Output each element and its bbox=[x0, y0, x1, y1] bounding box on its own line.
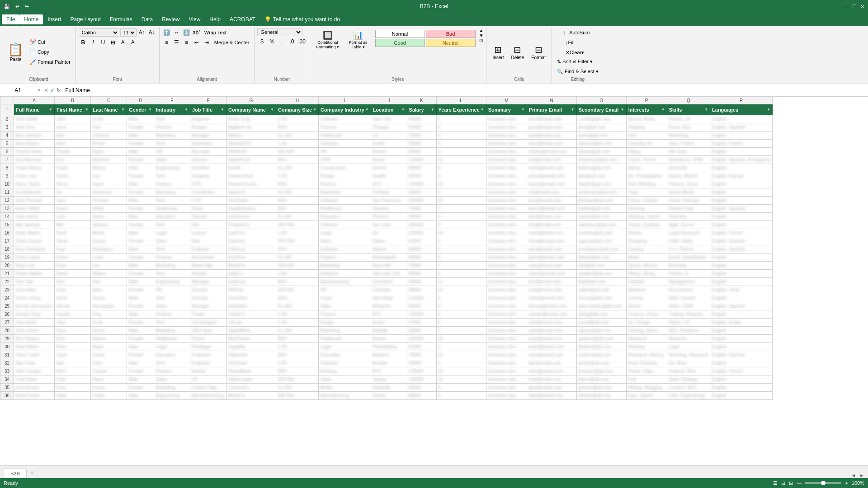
table-row[interactable]: 14Liam HarrisLiamHarrisMaleEducationTeac… bbox=[0, 213, 773, 221]
cell[interactable]: Python, JS bbox=[667, 115, 710, 123]
cell[interactable]: Brian bbox=[55, 343, 91, 351]
cell[interactable]: Go, Rust bbox=[667, 359, 710, 367]
cell[interactable]: Software bbox=[319, 245, 371, 253]
cell[interactable]: 87000 bbox=[407, 319, 436, 327]
cell[interactable]: Doctor bbox=[190, 335, 226, 343]
cell[interactable]: CRM, Sales bbox=[667, 237, 710, 245]
cell[interactable]: Rep bbox=[190, 237, 226, 245]
cell[interactable]: Male bbox=[127, 229, 154, 237]
cell[interactable]: victor@email.com bbox=[527, 294, 576, 302]
cell[interactable]: AWS, Docker bbox=[667, 294, 710, 302]
cell[interactable]: English bbox=[710, 188, 773, 197]
cell[interactable]: BigBank Inc bbox=[226, 123, 276, 131]
cell[interactable]: EngCorp bbox=[226, 278, 276, 286]
cell[interactable]: Engineer bbox=[190, 245, 226, 253]
cell[interactable]: Summary text... bbox=[486, 278, 527, 286]
clear-button[interactable]: ✕ Clear ▾ bbox=[563, 48, 586, 57]
scroll-right-button[interactable]: ► bbox=[859, 473, 864, 478]
cell[interactable]: Architect bbox=[190, 164, 226, 172]
cell[interactable]: vyoung@alt.com bbox=[576, 294, 626, 302]
cell[interactable]: Female bbox=[127, 156, 154, 164]
cell[interactable]: 130000 bbox=[407, 310, 436, 319]
cell[interactable]: Ryan Lee bbox=[14, 262, 55, 270]
border-button[interactable]: ⊞ bbox=[108, 38, 118, 47]
cell[interactable]: VP bbox=[190, 375, 226, 384]
cell[interactable]: 7 bbox=[436, 205, 486, 213]
cell[interactable]: jack@email.com bbox=[527, 197, 576, 205]
cell[interactable]: Education bbox=[154, 213, 190, 221]
cell[interactable]: Legal Research bbox=[667, 229, 710, 237]
cell[interactable]: Uma Allen bbox=[14, 286, 55, 294]
cell[interactable]: Salesforce, CRM bbox=[667, 156, 710, 164]
menu-home[interactable]: Home bbox=[19, 14, 43, 24]
col-header-company-name[interactable]: Company Name▼ bbox=[226, 104, 276, 115]
cell[interactable]: LegalAid bbox=[226, 343, 276, 351]
cell[interactable]: King bbox=[91, 310, 127, 319]
cell[interactable]: English, German bbox=[710, 351, 773, 359]
table-row[interactable]: 33Ellen CooperEllenCooperFemaleFinanceBa… bbox=[0, 367, 773, 375]
cell[interactable]: Charlotte bbox=[371, 286, 407, 294]
cell[interactable]: Finance, Risk bbox=[667, 367, 710, 375]
cell[interactable]: Liam bbox=[55, 213, 91, 221]
cell[interactable]: Sales bbox=[319, 302, 371, 310]
cell[interactable]: swalker@alt.com bbox=[576, 270, 626, 278]
cell[interactable]: fdavis@alt.com bbox=[576, 375, 626, 384]
cell[interactable]: uallen@alt.com bbox=[576, 286, 626, 294]
table-row[interactable]: 19Quinn LewisQuinnLewisFemaleFinanceAcco… bbox=[0, 253, 773, 262]
cell[interactable]: Amy bbox=[55, 335, 91, 343]
cell[interactable]: zgreen@alt.com bbox=[576, 327, 626, 335]
cell[interactable]: Lewis bbox=[91, 253, 127, 262]
cell[interactable]: Hernandez bbox=[91, 302, 127, 310]
cell[interactable]: SEO, Analytics bbox=[667, 327, 710, 335]
cell[interactable]: Evans bbox=[91, 384, 127, 392]
cell[interactable]: Johnson bbox=[91, 131, 127, 140]
cell[interactable]: Green bbox=[91, 327, 127, 335]
cell[interactable]: Smith bbox=[91, 115, 127, 123]
cell[interactable]: Liam Harris bbox=[14, 213, 55, 221]
fill-button[interactable]: ↓ Fill bbox=[563, 38, 577, 47]
cell[interactable]: Patient Care bbox=[667, 205, 710, 213]
cell[interactable]: 3 bbox=[436, 327, 486, 335]
cell[interactable]: English bbox=[710, 359, 773, 367]
cell[interactable]: 51-200 bbox=[276, 302, 319, 310]
view-page-break-button[interactable]: ⊞ bbox=[789, 480, 793, 486]
cell[interactable]: 200-500 bbox=[276, 286, 319, 294]
cell[interactable]: Garcia bbox=[91, 237, 127, 245]
cell[interactable]: 2 bbox=[436, 188, 486, 197]
col-header-job-title[interactable]: Job Title▼ bbox=[190, 104, 226, 115]
menu-formulas[interactable]: Formulas bbox=[105, 14, 137, 24]
cell[interactable]: Xander bbox=[55, 310, 91, 319]
cell[interactable]: Engineering bbox=[154, 164, 190, 172]
cell[interactable]: HR bbox=[154, 286, 190, 294]
cell[interactable]: 125000 bbox=[407, 229, 436, 237]
cell[interactable]: Quinn bbox=[55, 253, 91, 262]
cell[interactable]: Male bbox=[127, 359, 154, 367]
cell[interactable]: 8 bbox=[436, 221, 486, 229]
cell[interactable]: Java, Python bbox=[667, 140, 710, 148]
cell[interactable]: Summary text... bbox=[486, 123, 527, 131]
cell[interactable]: TechGiant bbox=[226, 197, 276, 205]
cell[interactable]: Jackson bbox=[91, 221, 127, 229]
cell[interactable]: 60000 bbox=[407, 327, 436, 335]
cell[interactable]: Female bbox=[127, 270, 154, 278]
menu-acrobat[interactable]: ACROBAT bbox=[225, 14, 260, 24]
cell[interactable]: Tech bbox=[154, 172, 190, 180]
cell[interactable]: Miami bbox=[371, 156, 407, 164]
cell[interactable]: CRM bbox=[319, 156, 371, 164]
cell[interactable]: 51-200 bbox=[276, 384, 319, 392]
cell[interactable]: Legal bbox=[319, 343, 371, 351]
cell[interactable]: Golf bbox=[626, 375, 667, 384]
cell[interactable]: 145000 bbox=[407, 180, 436, 188]
cell[interactable]: Engineer bbox=[190, 115, 226, 123]
cell[interactable]: Healthcare bbox=[154, 335, 190, 343]
cell[interactable]: Gaming bbox=[626, 245, 667, 253]
cell[interactable]: bob@email.com bbox=[527, 131, 576, 140]
cell[interactable]: TradeCo bbox=[226, 310, 276, 319]
cell[interactable]: Yara bbox=[55, 319, 91, 327]
cell[interactable]: Lawyer bbox=[190, 229, 226, 237]
cell[interactable]: Minneapolis bbox=[371, 253, 407, 262]
cell[interactable]: Summary text... bbox=[486, 245, 527, 253]
cell[interactable]: Salt Lake City bbox=[371, 270, 407, 278]
cell[interactable]: 200-500 bbox=[276, 237, 319, 245]
cell[interactable]: Karen bbox=[55, 205, 91, 213]
